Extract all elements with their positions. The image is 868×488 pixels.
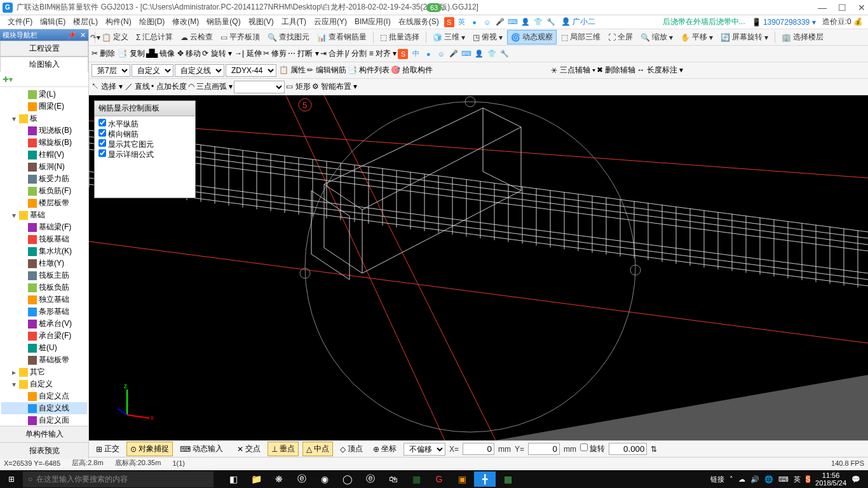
user-phone[interactable]: 📱 13907298339 ▾ [752, 18, 816, 27]
ptlen-tool[interactable]: • 点加长度 [151, 81, 187, 92]
tray-notif-icon[interactable]: 💬 [851, 475, 860, 484]
ime-mic-icon[interactable]: 🎤 [495, 17, 505, 27]
aux3pt-button[interactable]: ⚹ 三点辅轴 ▾ [551, 65, 595, 76]
start-button[interactable]: ⊞ [3, 470, 20, 488]
sidebar-tab-project[interactable]: 工程设置 [0, 41, 88, 57]
app-icon-1[interactable]: ❋ [268, 471, 290, 487]
select-tool[interactable]: ↖ 选择 ▾ [92, 81, 123, 92]
floor-select[interactable]: 第7层 [92, 64, 130, 77]
tree-item[interactable]: 柱帽(V) [1, 149, 87, 161]
move-button[interactable]: ✥ 移动 [177, 48, 201, 59]
menu-tools[interactable]: 工具(T) [279, 15, 309, 29]
sogou-icon[interactable]: S [444, 17, 454, 27]
ime-shirt-icon[interactable]: 👕 [533, 17, 543, 27]
type-select[interactable]: 自定义线 [175, 64, 224, 77]
batch-button[interactable]: ⬚ 批量选择 [377, 30, 423, 44]
tray-clock[interactable]: 11:56 2018/5/24 [815, 471, 846, 487]
dim-button[interactable]: ↔ 长度标注 ▾ [637, 65, 683, 76]
define-button[interactable]: 📋 定义 [98, 30, 132, 44]
fullscreen-button[interactable]: ⛶ 全屏 [605, 30, 636, 44]
tree-item[interactable]: 板洞(N) [1, 161, 87, 173]
mid-toggle[interactable]: △ 中点 [302, 442, 333, 456]
menu-component[interactable]: 构件(N) [103, 15, 134, 29]
coord-toggle[interactable]: ⊕ 坐标 [370, 442, 400, 456]
rotate-screen-button[interactable]: 🔄 屏幕旋转 ▾ [717, 30, 771, 44]
tree-item[interactable]: 板受力筋 [1, 173, 87, 185]
ime-m2-icon[interactable]: 🎤 [449, 49, 459, 59]
pick-button[interactable]: 🎯 拾取构件 [391, 65, 433, 76]
draw-select[interactable] [234, 81, 285, 93]
osnap-toggle[interactable]: ⊙ 对象捕捉 [126, 442, 173, 456]
tree-item[interactable]: 条形基础 [1, 306, 87, 318]
ime-u2-icon[interactable]: 👤 [474, 49, 484, 59]
tree-item[interactable]: 集水坑(K) [1, 245, 87, 257]
assistant-link[interactable]: 👤 广小二 [559, 15, 598, 29]
ime-keyboard-icon[interactable]: ⌨ [508, 17, 518, 27]
find-button[interactable]: 🔍 查找图元 [264, 30, 313, 44]
credits-label[interactable]: 造价豆:0 💰 [822, 17, 863, 27]
tree-item[interactable]: 筏板负筋 [1, 281, 87, 294]
tree-item[interactable]: 桩承台(V) [1, 318, 87, 330]
chk-trans[interactable]: 横向钢筋 [98, 129, 191, 139]
mirror-button[interactable]: ▟▙ 镜像 [146, 48, 175, 59]
sidebar-tab-draw[interactable]: 绘图输入 [0, 57, 88, 72]
split-button[interactable]: |/ 分割 [345, 48, 367, 59]
line-tool[interactable]: ／ 直线 [125, 81, 150, 92]
tree-item[interactable]: 筏板主筋 [1, 269, 87, 281]
pan-button[interactable]: ✋ 平移 ▾ [677, 30, 716, 44]
ortho-toggle[interactable]: ⊞ 正交 [93, 442, 123, 456]
tree-item[interactable]: 螺旋板(B) [1, 137, 87, 149]
zoom-button[interactable]: 🔍 缩放 ▾ [637, 30, 676, 44]
menu-bim[interactable]: BIM应用(I) [352, 15, 393, 29]
sogou-icon-2[interactable]: S [398, 49, 408, 59]
menu-floor[interactable]: 楼层(L) [71, 15, 100, 29]
ime-cn-icon[interactable]: 中 [410, 49, 421, 59]
tree-item[interactable]: ▸其它 [1, 366, 87, 378]
ime-user-icon[interactable]: 👤 [520, 17, 531, 27]
tree-item[interactable]: 现浇板(B) [1, 125, 87, 137]
x-input[interactable] [463, 443, 494, 455]
local-3d-button[interactable]: ⬚ 局部三维 [558, 30, 604, 44]
tree-item[interactable]: 楼层板带 [1, 197, 87, 209]
menu-edit[interactable]: 编辑(E) [37, 15, 68, 29]
chrome-icon[interactable]: ◯ [337, 471, 358, 487]
taskview-icon[interactable]: ◧ [222, 471, 244, 487]
ime-punct-icon[interactable]: ● [470, 17, 480, 27]
tray-kb-icon[interactable]: ⌨ [778, 475, 789, 484]
menu-modify[interactable]: 修改(M) [170, 15, 201, 29]
rebar-display-panel[interactable]: 钢筋显示控制面板 水平纵筋 横向钢筋 显示其它图元 显示详细公式 [94, 100, 196, 198]
tray-cloud-icon[interactable]: ☁ [738, 475, 745, 484]
intersection-toggle[interactable]: ✕ 交点 [234, 442, 264, 456]
excel-icon[interactable]: ▦ [405, 471, 427, 487]
sum-button[interactable]: Σ 汇总计算 [133, 30, 176, 44]
tree-item[interactable]: 基础板带 [1, 354, 87, 366]
taskbar-search[interactable]: ○ 在这里输入你要搜索的内容 [23, 471, 214, 487]
tray-lang[interactable]: 英 [794, 475, 801, 484]
3d-button[interactable]: 🧊 三维 ▾ [430, 30, 468, 44]
close-button[interactable]: ✕ [858, 3, 865, 13]
menu-cloud[interactable]: 云应用(Y) [311, 15, 349, 29]
tree-item[interactable]: 自定义线 [1, 402, 87, 414]
menu-draw[interactable]: 绘图(D) [137, 15, 168, 29]
edit-rebar-button[interactable]: ✏ 编辑钢筋 [307, 65, 346, 76]
minimize-button[interactable]: — [818, 3, 827, 13]
tree-item[interactable]: 桩(U) [1, 342, 87, 354]
app-icon-4[interactable]: ▣ [451, 471, 473, 487]
tray-up-icon[interactable]: ˄ [729, 475, 733, 484]
app-icon-2[interactable]: ◉ [314, 471, 336, 487]
ime-smile-icon[interactable]: ☺ [482, 17, 492, 27]
viewrebar-button[interactable]: 📊 查看钢筋量 [314, 30, 370, 44]
ime-t2-icon[interactable]: 🔧 [499, 49, 510, 59]
code-select[interactable]: ZDYX-44 [226, 64, 276, 77]
tree-item[interactable]: 柱墩(Y) [1, 257, 87, 269]
tree-item[interactable]: ▾自定义 [1, 378, 87, 390]
menu-file[interactable]: 文件(F) [5, 15, 35, 29]
app-icon-3[interactable]: G [428, 471, 450, 487]
flat-button[interactable]: ▭ 平齐板顶 [217, 30, 263, 44]
category-select[interactable]: 自定义 [132, 64, 173, 77]
rot-stepper[interactable]: ⇅ [651, 445, 657, 454]
attr-button[interactable]: 📋 属性 [279, 65, 306, 76]
menu-view[interactable]: 视图(V) [246, 15, 276, 29]
tree-item[interactable]: ▾板 [1, 112, 87, 125]
merge-button[interactable]: ⇥ 合并 [320, 48, 344, 59]
